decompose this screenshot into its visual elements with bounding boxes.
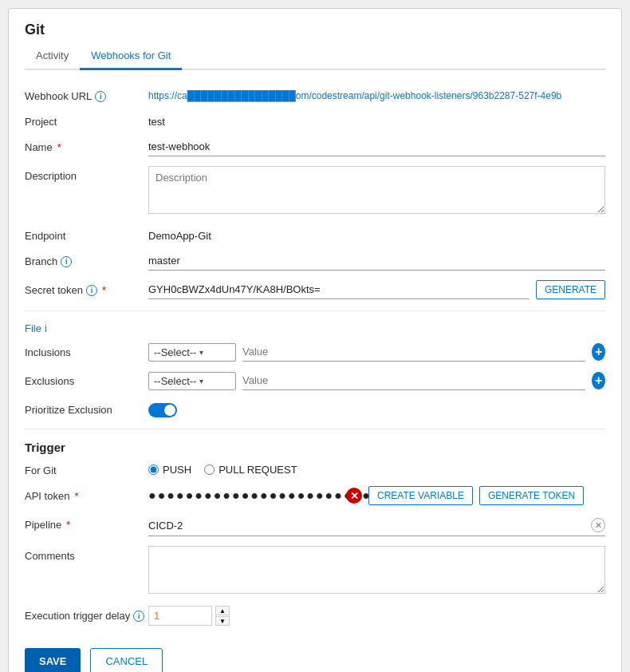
prioritize-exclusion-toggle-wrap	[148, 400, 605, 417]
api-token-field-wrap: ●●●●●●●●●●●●●●●●●●●●●●●●●●●● ✕ CREATE VA…	[148, 486, 605, 505]
inclusions-row: Inclusions --Select-- ▾ +	[25, 342, 605, 362]
secret-token-info-icon[interactable]: i	[86, 285, 97, 296]
for-git-options: PUSH PULL REQUEST	[148, 461, 605, 476]
secret-token-input[interactable]	[148, 280, 530, 299]
endpoint-label: Endpoint	[25, 226, 148, 242]
pipeline-field-wrap: CICD-2 ✕	[148, 515, 605, 536]
inclusions-select[interactable]: --Select-- ▾	[148, 343, 236, 362]
inclusions-label: Inclusions	[25, 342, 148, 358]
exec-delay-spinner: ▲ ▼	[215, 606, 230, 626]
pipeline-field[interactable]: CICD-2 ✕	[148, 515, 605, 536]
pull-request-radio[interactable]	[204, 464, 215, 475]
pipeline-row: Pipeline * CICD-2 ✕	[25, 515, 605, 536]
exclusions-value-input[interactable]	[242, 371, 585, 390]
api-token-dots: ●●●●●●●●●●●●●●●●●●●●●●●●●●●●	[148, 488, 340, 503]
exec-delay-label: Execution trigger delay i	[25, 606, 148, 622]
prioritize-exclusion-label: Prioritize Exclusion	[25, 400, 148, 416]
generate-token-button[interactable]: GENERATE TOKEN	[479, 486, 584, 505]
main-window: Git Activity Webhooks for Git Webhook UR…	[8, 8, 622, 672]
name-required-marker: *	[57, 141, 61, 153]
name-field-wrap	[148, 137, 605, 156]
name-row: Name *	[25, 137, 605, 156]
save-button[interactable]: SAVE	[25, 648, 81, 672]
description-label: Description	[25, 166, 148, 182]
description-textarea[interactable]	[148, 166, 605, 214]
branch-label: Branch i	[25, 251, 148, 267]
project-value: test	[148, 112, 605, 128]
description-row: Description	[25, 166, 605, 216]
tab-activity[interactable]: Activity	[25, 45, 80, 70]
inclusions-field-wrap: --Select-- ▾ +	[148, 342, 605, 362]
secret-token-row: Secret token i * GENERATE	[25, 280, 605, 299]
exclusions-field-wrap: --Select-- ▾ +	[148, 371, 605, 390]
divider-2	[25, 429, 605, 429]
name-input[interactable]	[148, 137, 605, 156]
exclusions-chevron-icon: ▾	[199, 377, 203, 385]
pipeline-label: Pipeline *	[25, 515, 148, 531]
webhook-url-value: https://ca████████████████om/codestream/…	[148, 86, 605, 101]
prioritize-exclusion-toggle[interactable]	[148, 403, 177, 417]
project-label: Project	[25, 112, 148, 128]
secret-token-field-wrap: GENERATE	[148, 280, 605, 299]
api-token-required-marker: *	[74, 490, 78, 502]
inclusions-chevron-icon: ▾	[199, 348, 203, 357]
name-label: Name *	[25, 137, 148, 153]
generate-button[interactable]: GENERATE	[536, 280, 605, 299]
exec-delay-input[interactable]	[148, 606, 212, 626]
footer-buttons: SAVE CANCEL	[25, 640, 605, 672]
inclusions-value-input[interactable]	[242, 342, 585, 362]
exec-delay-row: Execution trigger delay i ▲ ▼	[25, 606, 605, 626]
file-info-icon[interactable]: i	[45, 322, 47, 334]
api-token-label: API token *	[25, 486, 148, 502]
project-row: Project test	[25, 112, 605, 128]
for-git-label: For Git	[25, 461, 148, 476]
prioritize-exclusion-row: Prioritize Exclusion	[25, 400, 605, 417]
exec-delay-down-button[interactable]: ▼	[215, 616, 230, 626]
tab-bar: Activity Webhooks for Git	[25, 45, 605, 70]
tab-webhooks-for-git[interactable]: Webhooks for Git	[80, 45, 182, 70]
webhook-url-info-icon[interactable]: i	[95, 91, 106, 102]
branch-field-wrap	[148, 251, 605, 271]
webhook-url-label: Webhook URL i	[25, 86, 148, 102]
branch-input[interactable]	[148, 251, 605, 271]
comments-label: Comments	[25, 546, 148, 562]
secret-token-label: Secret token i *	[25, 280, 148, 296]
cancel-button[interactable]: CANCEL	[90, 648, 163, 672]
comments-textarea[interactable]	[148, 546, 605, 594]
divider-1	[25, 310, 605, 311]
exclusions-label: Exclusions	[25, 371, 148, 387]
comments-field-wrap	[148, 546, 605, 596]
exec-delay-up-button[interactable]: ▲	[215, 606, 230, 615]
exclusions-select[interactable]: --Select-- ▾	[148, 372, 236, 390]
for-git-row: For Git PUSH PULL REQUEST	[25, 461, 605, 476]
description-field-wrap	[148, 166, 605, 216]
exec-delay-info-icon[interactable]: i	[133, 611, 144, 622]
exclusions-row: Exclusions --Select-- ▾ +	[25, 371, 605, 390]
push-radio[interactable]	[148, 464, 159, 475]
trigger-section-title: Trigger	[25, 441, 605, 454]
file-section-header: File i	[25, 322, 605, 334]
secret-token-required-marker: *	[102, 284, 106, 296]
page-title: Git	[25, 22, 605, 38]
pipeline-clear-button[interactable]: ✕	[591, 518, 605, 532]
push-radio-item[interactable]: PUSH	[148, 464, 191, 476]
inclusions-add-button[interactable]: +	[592, 343, 605, 361]
comments-row: Comments	[25, 546, 605, 596]
webhook-form: Webhook URL i https://ca████████████████…	[25, 86, 605, 672]
webhook-url-row: Webhook URL i https://ca████████████████…	[25, 86, 605, 102]
branch-info-icon[interactable]: i	[61, 256, 72, 267]
create-variable-button[interactable]: CREATE VARIABLE	[368, 486, 473, 505]
endpoint-value: DemoApp-Git	[148, 226, 605, 242]
exclusions-add-button[interactable]: +	[592, 372, 605, 389]
exec-delay-field-wrap: ▲ ▼	[148, 606, 605, 626]
endpoint-row: Endpoint DemoApp-Git	[25, 226, 605, 242]
api-token-clear-button[interactable]: ✕	[346, 488, 362, 504]
api-token-row: API token * ●●●●●●●●●●●●●●●●●●●●●●●●●●●●…	[25, 486, 605, 505]
branch-row: Branch i	[25, 251, 605, 271]
pipeline-required-marker: *	[66, 519, 70, 531]
pull-request-radio-item[interactable]: PULL REQUEST	[204, 464, 297, 476]
